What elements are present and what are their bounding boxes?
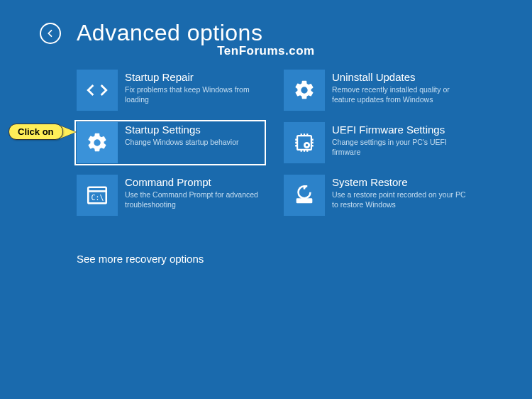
tile-title: Command Prompt [125, 176, 264, 188]
svg-text:C:\: C:\ [92, 194, 104, 202]
options-grid: Startup Repair Fix problems that keep Wi… [75, 68, 472, 217]
tile-startup-repair[interactable]: Startup Repair Fix problems that keep Wi… [75, 68, 265, 112]
tile-title: Uninstall Updates [332, 71, 471, 83]
tile-desc: Fix problems that keep Windows from load… [125, 84, 264, 104]
annotation-callout: Click on [9, 124, 76, 140]
tile-desc: Change Windows startup behavior [125, 137, 264, 147]
tile-title: Startup Repair [125, 71, 264, 83]
gear-icon [77, 122, 118, 163]
tile-text: Startup Settings Change Windows startup … [125, 122, 264, 147]
gear-icon [284, 70, 325, 111]
tile-text: Command Prompt Use the Command Prompt fo… [125, 175, 264, 209]
tile-text: Uninstall Updates Remove recently instal… [332, 70, 471, 104]
back-button[interactable] [40, 23, 61, 44]
tile-text: Startup Repair Fix problems that keep Wi… [125, 70, 264, 104]
tile-uefi-firmware[interactable]: UEFI Firmware Settings Change settings i… [282, 121, 472, 165]
tile-title: Startup Settings [125, 124, 264, 136]
arrow-left-icon [45, 28, 56, 39]
terminal-icon: C:\ [77, 175, 118, 216]
tile-desc: Change settings in your PC's UEFI firmwa… [332, 137, 471, 157]
header: Advanced options [40, 20, 262, 46]
svg-point-2 [306, 144, 308, 146]
tile-system-restore[interactable]: System Restore Use a restore point recor… [282, 173, 472, 217]
code-brackets-icon [77, 70, 118, 111]
page-title: Advanced options [77, 20, 262, 46]
tile-desc: Remove recently installed quality or fea… [332, 84, 471, 104]
tile-uninstall-updates[interactable]: Uninstall Updates Remove recently instal… [282, 68, 472, 112]
restore-icon [284, 175, 325, 216]
callout-label: Click on [9, 124, 63, 140]
tile-text: UEFI Firmware Settings Change settings i… [332, 122, 471, 157]
tile-command-prompt[interactable]: C:\ Command Prompt Use the Command Promp… [75, 173, 265, 217]
tile-title: System Restore [332, 176, 471, 188]
chip-gear-icon [284, 122, 325, 163]
tile-desc: Use a restore point recorded on your PC … [332, 190, 471, 209]
tile-startup-settings[interactable]: Startup Settings Change Windows startup … [75, 121, 265, 165]
watermark-text: TenForums.com [0, 44, 532, 58]
svg-rect-0 [297, 136, 311, 150]
tile-desc: Use the Command Prompt for advanced trou… [125, 190, 264, 209]
tile-title: UEFI Firmware Settings [332, 124, 471, 136]
tile-text: System Restore Use a restore point recor… [332, 175, 471, 209]
more-recovery-options-link[interactable]: See more recovery options [77, 253, 204, 265]
